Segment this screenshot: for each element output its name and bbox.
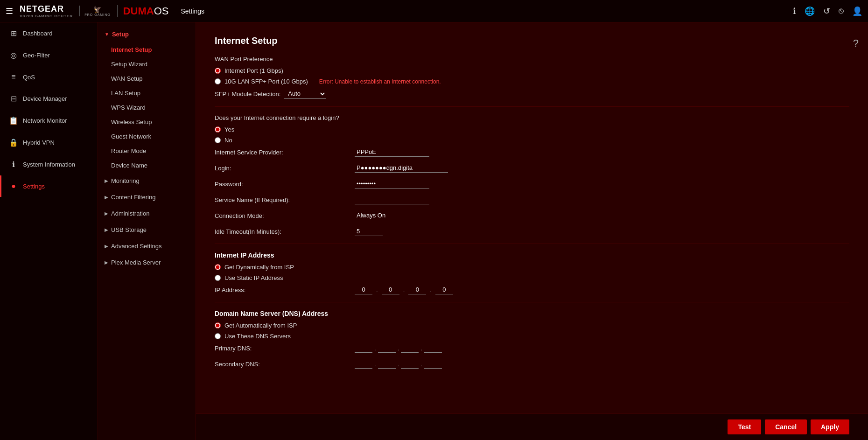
dashboard-label: Dashboard [23, 30, 53, 37]
ip-dot-2: . [403, 286, 405, 293]
sidebar-item-system-information[interactable]: ℹ System Information [0, 154, 98, 175]
content-area: Internet Setup WAN Port Preference Inter… [196, 22, 868, 440]
secondary-sidebar: ▼ Setup Internet Setup Setup Wizard WAN … [98, 22, 196, 440]
primary-dns-fields: . . . [355, 343, 442, 353]
secondary-dns-3[interactable] [401, 359, 419, 369]
ip-field-1[interactable] [355, 285, 372, 294]
internet-ip-title: Internet IP Address [215, 251, 849, 259]
administration-header[interactable]: ▶ Administration [98, 205, 196, 222]
sidebar-item-geo-filter[interactable]: ◎ Geo-Filter [0, 44, 98, 66]
wan-radio-sfp[interactable] [215, 78, 221, 84]
sec-item-wan-setup[interactable]: WAN Setup [98, 71, 196, 86]
password-input[interactable] [355, 179, 429, 189]
qos-label: QoS [23, 74, 35, 81]
menu-toggle[interactable]: ☰ [6, 6, 13, 16]
sidebar-item-network-monitor[interactable]: 📋 Network Monitor [0, 110, 98, 132]
sec-item-device-name[interactable]: Device Name [98, 158, 196, 173]
wan-port-options: Internet Port (1 Gbps) 10G LAN SFP+ Port… [215, 67, 849, 85]
primary-dns-2[interactable] [378, 343, 396, 353]
sec-item-wireless-setup[interactable]: Wireless Setup [98, 115, 196, 129]
divider-3 [215, 302, 849, 302]
login-no-label: No [224, 137, 232, 144]
bottom-bar: Test Cancel Apply [196, 413, 868, 440]
netgear-logo: NETGEAR XR700 GAMING ROUTER [20, 4, 73, 18]
signout-icon[interactable]: ⎋ [839, 6, 844, 16]
ip-field-4[interactable] [435, 285, 453, 294]
idle-timeout-input[interactable] [355, 227, 383, 236]
cancel-button[interactable]: Cancel [765, 419, 807, 434]
sidebar-item-dashboard[interactable]: ⊞ Dashboard [0, 22, 98, 44]
service-name-input[interactable] [355, 195, 429, 204]
sec-item-wps-wizard[interactable]: WPS Wizard [98, 100, 196, 115]
device-manager-label: Device Manager [23, 95, 67, 102]
login-no-row: No [215, 137, 849, 144]
login-radio-no[interactable] [215, 137, 221, 143]
test-button[interactable]: Test [728, 419, 761, 434]
ip-address-label: IP Address: [215, 286, 355, 293]
apply-button[interactable]: Apply [811, 419, 849, 434]
monitoring-header[interactable]: ▶ Monitoring [98, 173, 196, 189]
sidebar-item-qos[interactable]: ≡ QoS [0, 66, 98, 88]
ip-field-3[interactable] [408, 285, 426, 294]
sidebar-item-hybrid-vpn[interactable]: 🔒 Hybrid VPN [0, 132, 98, 154]
user-icon[interactable]: 👤 [852, 6, 862, 16]
primary-dns-1[interactable] [355, 343, 372, 353]
primary-dns-3[interactable] [401, 343, 419, 353]
usb-storage-header[interactable]: ▶ USB Storage [98, 222, 196, 238]
monitoring-label: Monitoring [111, 177, 140, 184]
dns-radio-auto[interactable] [215, 322, 221, 328]
ip-options: Get Dynamically from ISP Use Static IP A… [215, 264, 849, 281]
wan-radio-internet[interactable] [215, 68, 221, 74]
login-radio-yes[interactable] [215, 126, 221, 133]
content-filtering-chevron: ▶ [105, 195, 108, 200]
ip-dot-3: . [430, 286, 432, 293]
sec-item-setup-wizard[interactable]: Setup Wizard [98, 57, 196, 71]
login-input[interactable] [355, 163, 448, 173]
dns-auto-row: Get Automatically from ISP [215, 322, 849, 329]
sec-item-lan-setup[interactable]: LAN Setup [98, 86, 196, 100]
advanced-settings-header[interactable]: ▶ Advanced Settings [98, 238, 196, 254]
plex-chevron: ▶ [105, 260, 108, 265]
sec-item-guest-network[interactable]: Guest Network [98, 129, 196, 144]
sidebar-item-device-manager[interactable]: ⊟ Device Manager [0, 88, 98, 110]
plex-media-server-header[interactable]: ▶ Plex Media Server [98, 254, 196, 271]
dns-options: Get Automatically from ISP Use These DNS… [215, 322, 849, 340]
password-label: Password: [215, 181, 355, 188]
duma-logo: DUMAOS [117, 5, 169, 17]
secondary-dns-1[interactable] [355, 359, 372, 369]
wan-option-sfp-label: 10G LAN SFP+ Port (10 Gbps) [224, 78, 308, 85]
connection-mode-input[interactable] [355, 211, 429, 220]
ip-radio-static[interactable] [215, 275, 221, 281]
primary-dns-4[interactable] [424, 343, 442, 353]
page-title: Internet Setup [215, 35, 849, 46]
monitoring-chevron: ▶ [105, 178, 108, 183]
secondary-dns-2[interactable] [378, 359, 396, 369]
login-yes-label: Yes [224, 126, 234, 133]
geo-filter-label: Geo-Filter [23, 52, 50, 59]
sec-item-internet-setup[interactable]: Internet Setup [98, 42, 196, 57]
ip-dynamic-row: Get Dynamically from ISP [215, 264, 849, 271]
sidebar-item-settings[interactable]: ● Settings [0, 175, 98, 197]
nighthawk-logo: 🦅 PRO GAMING [79, 6, 111, 16]
system-information-icon: ℹ [9, 160, 18, 169]
ip-dynamic-label: Get Dynamically from ISP [224, 264, 294, 271]
administration-label: Administration [111, 210, 149, 217]
ip-field-2[interactable] [382, 285, 399, 294]
globe-icon[interactable]: 🌐 [805, 6, 815, 16]
setup-section-header[interactable]: ▼ Setup [98, 26, 196, 42]
system-information-label: System Information [23, 161, 75, 168]
dns-manual-label: Use These DNS Servers [224, 333, 291, 340]
help-float-icon[interactable]: ? [853, 37, 859, 49]
secondary-dns-4[interactable] [424, 359, 442, 369]
nighthawk-icon: 🦅 [93, 6, 101, 13]
refresh-icon[interactable]: ↺ [823, 6, 830, 16]
wan-option-internet-label: Internet Port (1 Gbps) [224, 67, 283, 74]
sec-item-router-mode[interactable]: Router Mode [98, 144, 196, 158]
isp-input[interactable] [355, 147, 429, 157]
sfp-select[interactable]: Auto Manual [284, 89, 326, 99]
main-layout: ⊞ Dashboard ◎ Geo-Filter ≡ QoS ⊟ Device … [0, 22, 868, 440]
dns-radio-manual[interactable] [215, 333, 221, 339]
ip-radio-dynamic[interactable] [215, 264, 221, 270]
content-filtering-header[interactable]: ▶ Content Filtering [98, 189, 196, 205]
info-icon[interactable]: ℹ [793, 6, 796, 16]
